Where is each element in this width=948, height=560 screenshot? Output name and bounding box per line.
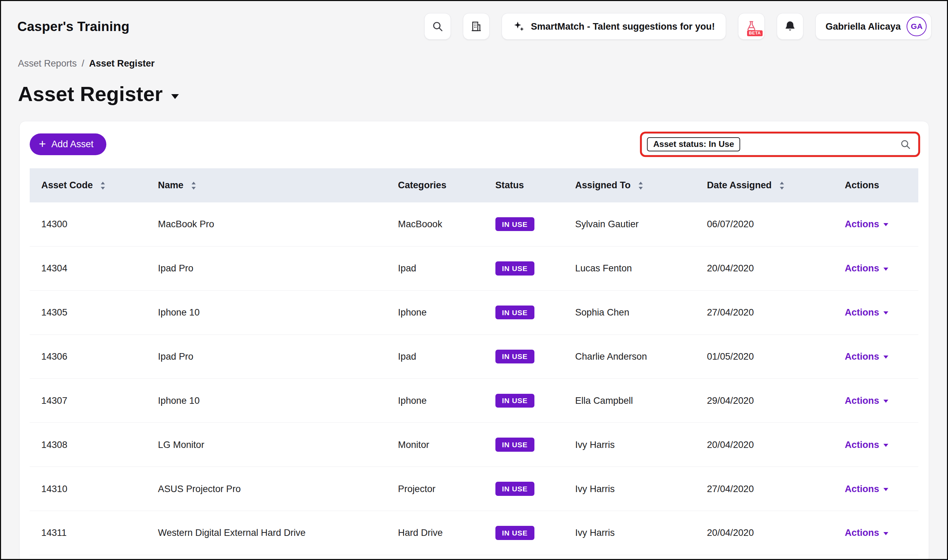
column-header-status: Status <box>484 168 564 202</box>
status-cell: IN USE <box>484 202 564 246</box>
status-cell: IN USE <box>484 246 564 290</box>
actions-cell: Actions <box>834 378 918 423</box>
actions-button[interactable]: Actions <box>845 263 888 274</box>
building-icon <box>470 20 482 32</box>
avatar: GA <box>906 17 926 37</box>
actions-button[interactable]: Actions <box>845 395 888 406</box>
date-assigned-cell: 06/07/2020 <box>695 202 833 246</box>
chevron-down-icon <box>883 268 888 271</box>
category-cell: Ipad <box>387 246 484 290</box>
filter-tag[interactable]: Asset status: In Use <box>647 137 740 151</box>
asset-code-cell: 14304 <box>30 246 147 290</box>
asset-code-cell: 14307 <box>30 378 147 423</box>
category-cell: Iphone <box>387 290 484 334</box>
assigned-to-cell: Ivy Harris <box>564 423 696 467</box>
chevron-down-icon <box>883 355 888 358</box>
status-badge: IN USE <box>496 394 534 408</box>
notifications-button[interactable] <box>777 13 803 40</box>
asset-table: Asset Code Name Categories Status Assi <box>30 168 918 555</box>
chevron-down-icon <box>883 223 888 226</box>
status-badge: IN USE <box>496 350 534 364</box>
table-row: 14311 Western Digital External Hard Driv… <box>30 511 918 555</box>
asset-code-cell: 14310 <box>30 467 147 511</box>
status-badge: IN USE <box>496 306 534 320</box>
asset-name-cell: Ipad Pro <box>147 246 386 290</box>
actions-button[interactable]: Actions <box>845 527 888 538</box>
date-assigned-cell: 27/04/2020 <box>695 467 833 511</box>
title-chevron-down-icon[interactable] <box>171 94 179 99</box>
date-assigned-cell: 01/05/2020 <box>695 334 833 378</box>
table-row: 14305 Iphone 10 Iphone IN USE Sophia Che… <box>30 290 918 334</box>
search-icon <box>432 20 444 32</box>
date-assigned-cell: 20/04/2020 <box>695 423 833 467</box>
asset-code-cell: 14305 <box>30 290 147 334</box>
user-menu[interactable]: Gabriella Alicaya GA <box>815 13 931 40</box>
breadcrumb-parent[interactable]: Asset Reports <box>18 58 77 69</box>
column-header-date-assigned[interactable]: Date Assigned <box>695 168 833 202</box>
search-button[interactable] <box>424 13 451 40</box>
asset-name-cell: Iphone 10 <box>147 290 386 334</box>
column-header-name[interactable]: Name <box>147 168 386 202</box>
status-badge: IN USE <box>496 262 534 275</box>
chevron-down-icon <box>883 311 888 314</box>
assigned-to-cell: Sylvain Gautier <box>564 202 696 246</box>
actions-cell: Actions <box>834 202 918 246</box>
table-row: 14306 Ipad Pro Ipad IN USE Charlie Ander… <box>30 334 918 378</box>
smartmatch-button[interactable]: SmartMatch - Talent suggestions for you! <box>502 13 726 40</box>
asset-filter-search-box[interactable]: Asset status: In Use <box>642 134 918 155</box>
assigned-to-cell: Lucas Fenton <box>564 246 696 290</box>
status-cell: IN USE <box>484 511 564 555</box>
column-header-categories: Categories <box>387 168 484 202</box>
table-row: 14304 Ipad Pro Ipad IN USE Lucas Fenton … <box>30 246 918 290</box>
actions-button[interactable]: Actions <box>845 307 888 318</box>
card-toolbar: + Add Asset Asset status: In Use <box>20 122 929 155</box>
category-cell: Monitor <box>387 423 484 467</box>
actions-cell: Actions <box>834 246 918 290</box>
date-assigned-cell: 20/04/2020 <box>695 511 833 555</box>
breadcrumb-current: Asset Register <box>89 58 154 69</box>
column-header-asset-code[interactable]: Asset Code <box>30 168 147 202</box>
actions-button[interactable]: Actions <box>845 351 888 362</box>
category-cell: Hard Drive <box>387 511 484 555</box>
assigned-to-cell: Ivy Harris <box>564 467 696 511</box>
company-button[interactable] <box>463 13 489 40</box>
status-cell: IN USE <box>484 378 564 423</box>
asset-name-cell: LG Monitor <box>147 423 386 467</box>
table-row: 14310 ASUS Projector Pro Projector IN US… <box>30 467 918 511</box>
actions-cell: Actions <box>834 290 918 334</box>
date-assigned-cell: 27/04/2020 <box>695 290 833 334</box>
table-header-row: Asset Code Name Categories Status Assi <box>30 168 918 202</box>
actions-button[interactable]: Actions <box>845 218 888 230</box>
asset-code-cell: 14300 <box>30 202 147 246</box>
chevron-down-icon <box>883 400 888 403</box>
table-body: 14300 MacBook Pro MacBoook IN USE Sylvai… <box>30 202 918 555</box>
status-cell: IN USE <box>484 467 564 511</box>
asset-code-cell: 14306 <box>30 334 147 378</box>
actions-button[interactable]: Actions <box>845 483 888 494</box>
column-header-actions: Actions <box>834 168 918 202</box>
add-asset-button[interactable]: + Add Asset <box>30 134 106 155</box>
actions-cell: Actions <box>834 467 918 511</box>
chevron-down-icon <box>883 488 888 491</box>
beta-badge: BETA <box>747 30 763 37</box>
app-title: Casper's Training <box>17 19 130 34</box>
sort-icon <box>638 182 644 190</box>
category-cell: Projector <box>387 467 484 511</box>
category-cell: Iphone <box>387 378 484 423</box>
labs-button[interactable]: BETA <box>738 13 765 40</box>
chevron-down-icon <box>883 444 888 447</box>
actions-button[interactable]: Actions <box>845 439 888 450</box>
asset-register-card: + Add Asset Asset status: In Use Asset C <box>19 121 929 560</box>
page-title: Asset Register <box>18 82 163 106</box>
status-badge: IN USE <box>496 217 534 231</box>
sort-icon <box>100 182 106 190</box>
column-header-assigned-to[interactable]: Assigned To <box>564 168 696 202</box>
asset-name-cell: Iphone 10 <box>147 378 386 423</box>
breadcrumb-separator: / <box>82 58 84 69</box>
smartmatch-label: SmartMatch - Talent suggestions for you! <box>531 21 715 32</box>
page-title-row: Asset Register <box>18 82 947 106</box>
status-cell: IN USE <box>484 290 564 334</box>
breadcrumb: Asset Reports / Asset Register <box>18 58 947 69</box>
app-window: Casper's Training <box>0 0 948 560</box>
add-asset-label: Add Asset <box>51 138 94 150</box>
